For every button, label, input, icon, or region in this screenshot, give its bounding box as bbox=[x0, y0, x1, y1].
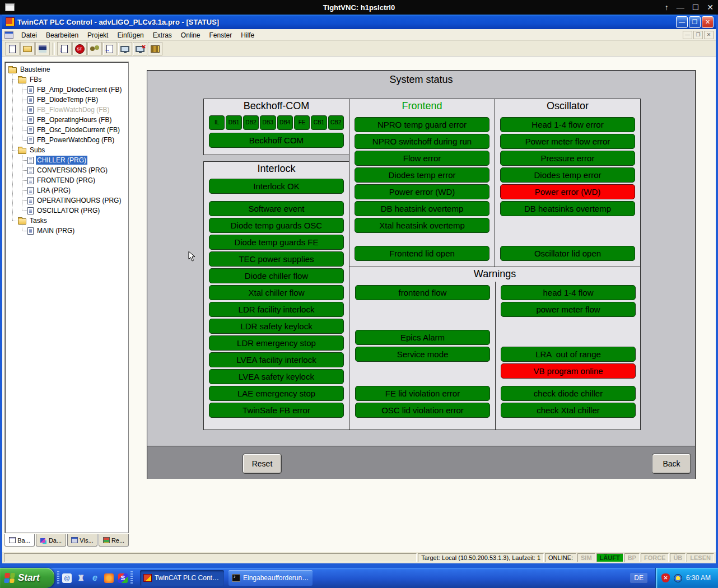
mdi-minimize-button[interactable]: — bbox=[683, 31, 692, 39]
vnc-titlebar: TightVNC: h1pslctrl0 ↑ — ☐ ✕ bbox=[0, 0, 718, 15]
vnc-title: TightVNC: h1pslctrl0 bbox=[0, 3, 718, 12]
menu-item[interactable]: Einfügen bbox=[113, 30, 148, 40]
save-button[interactable] bbox=[35, 42, 50, 55]
status-target: Target: Local (10.50.200.53.1.3), Laufze… bbox=[418, 553, 544, 562]
tree-item-fb-operatinghours[interactable]: FB_OperatingHours (FB) bbox=[5, 115, 128, 125]
tree-item-fb-powerwatchdog[interactable]: FB_PowerWatchDog (FB) bbox=[5, 135, 128, 145]
add-watch-button[interactable] bbox=[102, 42, 117, 55]
stop-button[interactable]: ST bbox=[72, 42, 87, 55]
quick-launch-media-icon[interactable]: ♜ bbox=[76, 573, 86, 583]
reset-button[interactable]: Reset bbox=[243, 454, 282, 474]
vnc-maximize-icon[interactable]: ☐ bbox=[692, 3, 700, 12]
status-lamp: TwinSafe FB error bbox=[209, 403, 344, 418]
status-lamp: Diode chiller flow bbox=[209, 268, 344, 283]
tree-item-frontend[interactable]: FRONTEND (PRG) bbox=[5, 175, 128, 185]
status-lamp: NPRO temp guard error bbox=[355, 117, 489, 132]
menu-item[interactable]: Fenster bbox=[205, 30, 237, 40]
status-flag: BP bbox=[624, 553, 640, 562]
tree-item-subs[interactable]: Subs bbox=[5, 145, 128, 155]
tree-item-fb-flowwatchdog[interactable]: FB_FlowWatchDog (FB) bbox=[5, 105, 128, 115]
tree-item-fbs[interactable]: FBs bbox=[5, 74, 128, 85]
warnings-divider bbox=[495, 282, 496, 430]
back-button[interactable]: Back bbox=[652, 454, 691, 474]
window-restore-button[interactable]: ❐ bbox=[689, 16, 701, 28]
tab-bausteine[interactable]: Ba... bbox=[4, 534, 35, 547]
login-button[interactable] bbox=[118, 42, 132, 55]
menu-item[interactable]: Online bbox=[176, 30, 205, 40]
tree-item-fb-amp-diodecurrent[interactable]: FB_Amp_DiodeCurrent (FB) bbox=[5, 85, 128, 95]
warning-lamp: OSC lid violation error bbox=[355, 403, 490, 418]
tree-item-operatinghours[interactable]: OPERATINGHOURS (PRG) bbox=[5, 195, 128, 206]
new-file-button[interactable] bbox=[5, 42, 20, 55]
tree-item-chiller[interactable]: CHILLER (PRG) bbox=[5, 155, 128, 165]
security-alert-icon[interactable]: ✕ bbox=[661, 573, 670, 582]
tab-ressourcen[interactable]: Re... bbox=[99, 534, 129, 547]
tab-datentypen[interactable]: Da... bbox=[36, 534, 66, 547]
vnc-minimize-icon[interactable]: — bbox=[677, 3, 684, 12]
pou-icon bbox=[27, 207, 34, 214]
window-close-button[interactable]: ✕ bbox=[702, 16, 714, 28]
quick-launch-ie-icon[interactable]: e bbox=[90, 573, 100, 583]
menu-item[interactable]: Datei bbox=[17, 30, 41, 40]
quick-launch-mail-icon[interactable]: @ bbox=[62, 573, 72, 583]
vnc-fullscreen-icon[interactable]: ↑ bbox=[665, 3, 669, 12]
tree-item-conversions[interactable]: CONVERSIONS (PRG) bbox=[5, 165, 128, 175]
status-lamp: Head 1-4 flow error bbox=[500, 117, 635, 132]
tree-item-fb-osc-diodecurrent[interactable]: FB_Osc_DiodeCurrent (FB) bbox=[5, 125, 128, 135]
language-indicator[interactable]: DE bbox=[630, 573, 647, 583]
task-button[interactable]: Eingabeaufforderung... bbox=[229, 570, 313, 586]
mdi-close-button[interactable]: ✕ bbox=[704, 31, 714, 39]
tree-item-oscillator[interactable]: OSCILLATOR (PRG) bbox=[5, 206, 128, 216]
warnings-left-group-3: FE lid violation errorOSC lid violation … bbox=[355, 386, 490, 418]
warnings-right-group-1: head 1-4 flowpower meter flow bbox=[501, 285, 636, 317]
toolbar-separator bbox=[53, 43, 55, 55]
status-lamp: Software event bbox=[209, 201, 344, 216]
quick-launch-s-icon[interactable]: S bbox=[118, 573, 128, 583]
menu-item[interactable]: Projekt bbox=[83, 30, 113, 40]
status-lamp: Xtal chiller flow bbox=[209, 285, 344, 300]
pou-icon bbox=[27, 106, 34, 114]
interlock-box: Interlock Interlock OK Software eventDio… bbox=[203, 161, 349, 430]
mdi-restore-button[interactable]: ❐ bbox=[693, 31, 703, 39]
pou-icon bbox=[27, 177, 34, 184]
tree-item-tasks[interactable]: Tasks bbox=[5, 216, 128, 226]
menu-item[interactable]: Bearbeiten bbox=[41, 30, 83, 40]
status-flags: SIMLÄUFTBPFORCEÜBLESEN bbox=[577, 553, 714, 562]
tree-item-bausteine[interactable]: Bausteine bbox=[5, 64, 128, 74]
window-minimize-button[interactable]: — bbox=[676, 16, 688, 28]
tree-item-fb-diodetemp[interactable]: FB_DiodeTemp (FB) bbox=[5, 95, 128, 105]
download-icon bbox=[61, 45, 68, 53]
terminal-lamp: IL bbox=[209, 115, 225, 130]
start-button[interactable]: Start bbox=[0, 568, 54, 588]
debug-mode-button[interactable] bbox=[87, 42, 102, 55]
logout-button[interactable] bbox=[133, 42, 147, 55]
quick-launch-handle[interactable] bbox=[57, 571, 59, 585]
interlock-header: Interlock bbox=[204, 163, 349, 175]
status-lamp: Diode temp guards OSC bbox=[209, 218, 344, 233]
menu-item[interactable]: Hilfe bbox=[236, 30, 259, 40]
twincat-tray-icon[interactable] bbox=[674, 574, 682, 582]
frontend-header: Frontend bbox=[349, 100, 495, 112]
window-titlebar: TwinCAT PLC Control - advLIGO_PLCv3.1a.p… bbox=[2, 15, 716, 29]
vnc-close-icon[interactable]: ✕ bbox=[707, 3, 714, 12]
pou-icon bbox=[27, 116, 34, 124]
status-lamp: Power error (WD) bbox=[355, 184, 489, 199]
tab-visualisierungen[interactable]: Vis... bbox=[67, 534, 97, 547]
download-button[interactable] bbox=[57, 42, 72, 55]
library-manager-button[interactable] bbox=[148, 42, 162, 55]
quick-launch-firefox-icon[interactable] bbox=[104, 573, 114, 583]
task-icon bbox=[143, 574, 152, 582]
new-file-icon bbox=[9, 45, 16, 53]
open-file-button[interactable] bbox=[20, 42, 35, 55]
tree-item-main[interactable]: MAIN (PRG) bbox=[5, 226, 128, 236]
tree-item-lra[interactable]: LRA (PRG) bbox=[5, 185, 128, 195]
datatypes-tab-icon bbox=[40, 538, 45, 543]
warnings-right-group-3: check diode chillercheck Xtal chiller bbox=[501, 386, 636, 418]
frontend-lid-lamp: Frontend lid open bbox=[355, 246, 489, 261]
task-button[interactable]: TwinCAT PLC Control ... bbox=[140, 570, 224, 586]
frontend-lamps: NPRO temp guard errorNPRO switchoff duri… bbox=[355, 117, 489, 233]
logout-icon bbox=[136, 46, 144, 52]
mdi-document-icon[interactable] bbox=[4, 31, 13, 39]
taskbar-handle[interactable] bbox=[130, 571, 133, 585]
menu-item[interactable]: Extras bbox=[148, 30, 176, 40]
